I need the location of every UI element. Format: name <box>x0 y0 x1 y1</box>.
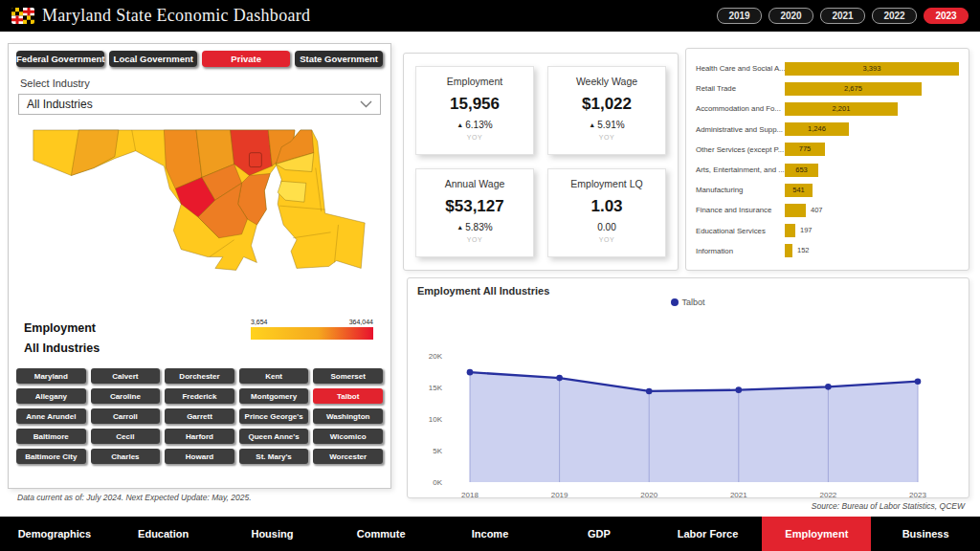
bar-track: 2,201 <box>785 102 961 116</box>
year-button-2022[interactable]: 2022 <box>872 8 917 24</box>
bar-track: 653 <box>785 164 961 177</box>
county-button-queen-anne-s[interactable]: Queen Anne's <box>239 429 309 444</box>
county-button-anne-arundel[interactable]: Anne Arundel <box>16 408 86 424</box>
county-button-frederick[interactable]: Frederick <box>165 388 234 404</box>
bar-value-label: 2,201 <box>785 102 898 116</box>
kpi-card-weekly-wage: Weekly Wage$1,022▲5.91%YOY <box>547 66 666 155</box>
nav-item-demographics[interactable]: Demographics <box>0 517 109 551</box>
kpi-change: ▲5.83% <box>416 222 533 232</box>
county-button-baltimore-city[interactable]: Baltimore City <box>16 449 86 464</box>
county-button-cecil[interactable]: Cecil <box>91 429 161 444</box>
y-axis-tick: 15K <box>429 384 443 392</box>
county-button-allegany[interactable]: Allegany <box>16 388 86 404</box>
kpi-change: ▲5.91% <box>548 120 665 130</box>
up-arrow-icon: ▲ <box>589 121 595 128</box>
industry-bar-chart: Health Care and Social A...3,393Retail T… <box>685 48 969 271</box>
county-button-calvert[interactable]: Calvert <box>91 368 161 384</box>
header-bar: Maryland State Economic Dashboard 201920… <box>0 0 980 32</box>
county-button-carroll[interactable]: Carroll <box>91 408 161 424</box>
bar[interactable] <box>785 244 792 257</box>
year-button-2020[interactable]: 2020 <box>768 8 813 24</box>
nav-item-education[interactable]: Education <box>109 517 218 551</box>
county-button-somerset[interactable]: Somerset <box>313 368 383 384</box>
bar-track: 407 <box>785 204 961 217</box>
x-axis-tick: 2019 <box>551 491 568 499</box>
bar-row: Retail Trade2,675 <box>692 78 961 99</box>
bar-category-label: Information <box>692 247 785 255</box>
source-note: Source: Bureau of Labor Statistics, QCEW <box>812 501 965 511</box>
ownership-button-local-government[interactable]: Local Government <box>109 51 197 67</box>
county-button-maryland[interactable]: Maryland <box>16 368 86 384</box>
data-point-marker[interactable] <box>467 369 474 376</box>
bar-value-label: 2,675 <box>785 82 922 96</box>
county-button-baltimore[interactable]: Baltimore <box>16 429 86 444</box>
county-button-charles[interactable]: Charles <box>91 449 161 464</box>
bar-track: 2,675 <box>785 82 961 96</box>
county-button-prince-george-s[interactable]: Prince George's <box>239 408 309 424</box>
kpi-period: YOY <box>416 236 533 243</box>
data-point-marker[interactable] <box>736 386 743 393</box>
county-button-worcester[interactable]: Worcester <box>313 449 383 464</box>
year-button-2023[interactable]: 2023 <box>924 8 969 24</box>
x-axis-tick: 2021 <box>730 491 747 499</box>
kpi-value: $53,127 <box>416 197 533 216</box>
nav-item-commute[interactable]: Commute <box>326 517 435 551</box>
ownership-button-federal-government[interactable]: Federal Government <box>16 51 104 67</box>
kpi-change: ▲6.13% <box>416 120 533 130</box>
line-chart-legend: Talbot <box>408 298 969 307</box>
bar-row: Information152 <box>692 241 961 261</box>
nav-item-labor-force[interactable]: Labor Force <box>654 517 763 551</box>
data-point-marker[interactable] <box>825 384 832 390</box>
county-button-howard[interactable]: Howard <box>165 449 234 464</box>
year-button-2021[interactable]: 2021 <box>820 8 865 24</box>
nav-item-income[interactable]: Income <box>435 517 545 551</box>
bar-row: Accommodation and Fo...2,201 <box>692 99 961 119</box>
county-button-st-mary-s[interactable]: St. Mary's <box>239 449 309 464</box>
nav-item-business[interactable]: Business <box>871 517 980 551</box>
bar[interactable] <box>785 224 795 237</box>
maryland-choropleth-map[interactable] <box>14 120 385 317</box>
map-metric-subtitle: All Industries <box>24 339 100 359</box>
bar-row: Other Services (except P...775 <box>692 140 961 160</box>
bar-value-label: 653 <box>785 164 818 177</box>
county-button-dorchester[interactable]: Dorchester <box>165 368 234 384</box>
county-button-montgomery[interactable]: Montgomery <box>239 388 309 404</box>
county-button-talbot[interactable]: Talbot <box>313 388 383 404</box>
bar-track: 152 <box>785 244 961 257</box>
county-button-garrett[interactable]: Garrett <box>165 408 234 424</box>
bar-track: 775 <box>785 143 961 156</box>
county-button-wicomico[interactable]: Wicomico <box>313 429 383 444</box>
line-chart-title: Employment All Industries <box>417 285 959 297</box>
data-currency-note: Data current as of: July 2024. Next Expe… <box>17 493 252 502</box>
bar-category-label: Finance and Insurance <box>692 206 785 214</box>
industry-dropdown-value: All Industries <box>27 98 93 111</box>
kpi-period: YOY <box>416 134 533 141</box>
county-button-washington[interactable]: Washington <box>313 408 383 424</box>
kpi-panel: Employment15,956▲6.13%YOYWeekly Wage$1,0… <box>403 53 679 271</box>
kpi-card-annual-wage: Annual Wage$53,127▲5.83%YOY <box>415 168 534 257</box>
data-point-marker[interactable] <box>556 375 563 382</box>
x-axis-tick: 2022 <box>820 491 837 499</box>
bar[interactable] <box>785 204 806 217</box>
year-slicer: 20192020202120222023 <box>717 8 969 24</box>
ownership-button-private[interactable]: Private <box>202 51 290 67</box>
nav-item-gdp[interactable]: GDP <box>545 517 654 551</box>
county-button-kent[interactable]: Kent <box>239 368 309 384</box>
kpi-period: YOY <box>548 134 665 141</box>
year-button-2019[interactable]: 2019 <box>717 8 762 24</box>
maryland-flag-icon <box>11 8 34 24</box>
nav-item-employment[interactable]: Employment <box>762 517 871 551</box>
data-point-marker[interactable] <box>646 388 653 395</box>
data-point-marker[interactable] <box>915 378 922 385</box>
bar-category-label: Arts, Entertainment, and ... <box>692 165 785 174</box>
legend-dot-icon <box>671 298 679 306</box>
county-button-caroline[interactable]: Caroline <box>91 388 161 404</box>
ownership-button-state-government[interactable]: State Government <box>295 51 383 67</box>
employment-trend-chart[interactable]: 0K5K10K15K20K201820192020202120222023 <box>417 321 958 503</box>
bar-value-label: 407 <box>811 204 823 217</box>
industry-dropdown[interactable]: All Industries <box>18 94 381 115</box>
county-button-harford[interactable]: Harford <box>165 429 234 444</box>
bar-value-label: 3,393 <box>785 62 959 76</box>
nav-item-housing[interactable]: Housing <box>218 517 327 551</box>
up-arrow-icon: ▲ <box>457 121 463 128</box>
